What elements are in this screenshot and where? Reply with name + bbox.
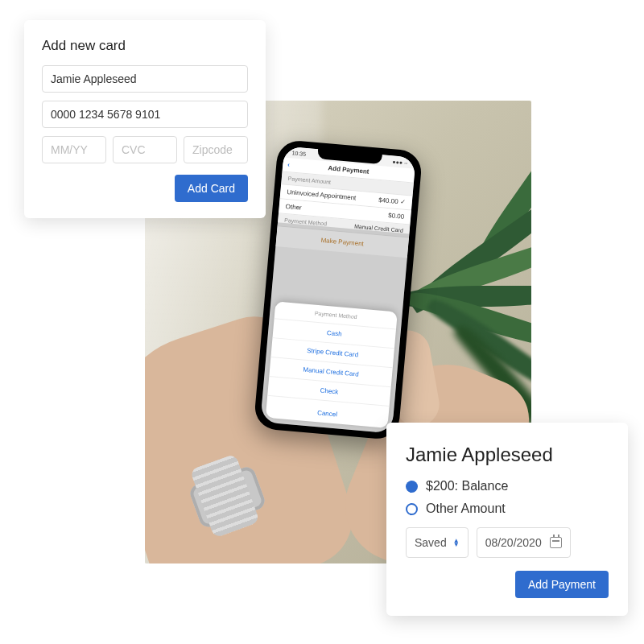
phone-time: 10:35	[291, 150, 306, 157]
customer-name: Jamie Appleseed	[406, 444, 609, 466]
zip-input[interactable]	[184, 136, 248, 163]
add-card-panel: Add new card Add Card	[24, 20, 266, 218]
calendar-icon	[550, 537, 562, 548]
radio-selected-icon	[406, 481, 418, 493]
add-card-title: Add new card	[42, 38, 248, 54]
balance-option[interactable]: $200: Balance	[406, 479, 609, 493]
status-icons: ●●● ⎓	[392, 159, 407, 166]
balance-label: $200: Balance	[426, 479, 508, 493]
cvc-input[interactable]	[113, 136, 177, 163]
stepper-icon: ▲▼	[453, 539, 460, 547]
expiry-input[interactable]	[42, 136, 106, 163]
add-card-button[interactable]: Add Card	[175, 175, 248, 202]
radio-unselected-icon	[406, 503, 418, 515]
add-payment-panel: Jamie Appleseed $200: Balance Other Amou…	[386, 423, 628, 616]
other-label: Other Amount	[426, 502, 506, 516]
add-payment-button[interactable]: Add Payment	[515, 571, 609, 598]
cardholder-name-input[interactable]	[42, 65, 248, 93]
other-amount-option[interactable]: Other Amount	[406, 502, 609, 516]
saved-label: Saved	[415, 536, 447, 549]
card-number-input[interactable]	[42, 101, 248, 128]
phone-mockup: 10:35 ●●● ⎓ ‹ Add Payment Payment Amount…	[254, 139, 423, 440]
action-sheet: Payment Method Cash Stripe Credit Card M…	[266, 301, 398, 428]
payment-method-select[interactable]: Saved ▲▼	[406, 527, 469, 558]
date-value: 08/20/2020	[485, 536, 542, 549]
phone-title: Add Payment	[328, 164, 369, 175]
date-picker[interactable]: 08/20/2020	[477, 527, 571, 558]
